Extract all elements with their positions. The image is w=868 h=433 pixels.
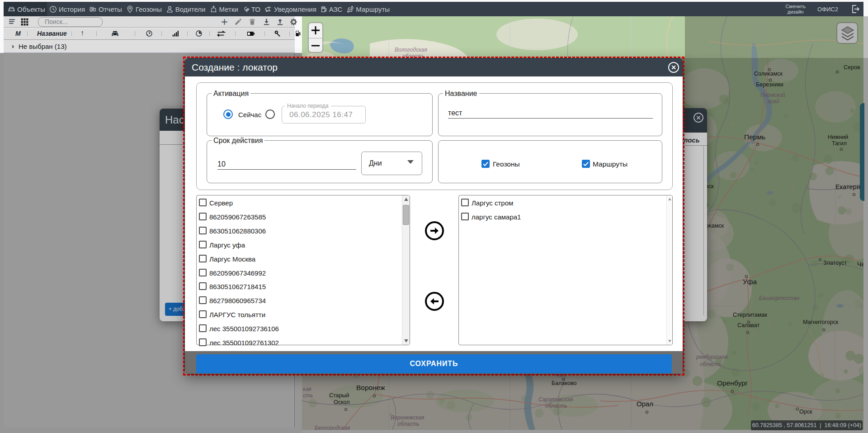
svg-text:Вологодская: Вологодская <box>395 47 427 53</box>
